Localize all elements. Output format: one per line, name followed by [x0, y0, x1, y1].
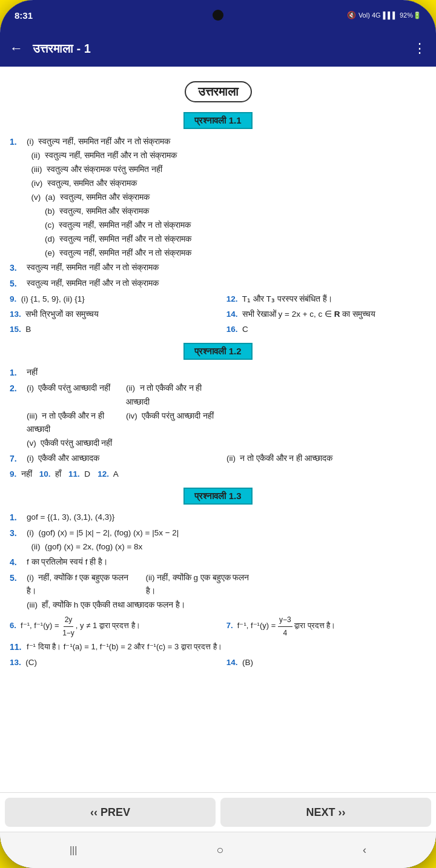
section-badge-1-3: प्रश्नावली 1.3 — [183, 488, 252, 505]
status-icons: 🔇 Vol) 4G ▌▌▌ 92%🔋 — [347, 11, 421, 19]
row-9-10-11-12: 9. नहीं 10. हाँ 11. D 12. A — [10, 468, 426, 482]
ans-7-2-i: (i) एकैकी और आच्छादक — [27, 452, 206, 466]
ans-2-2-row2: (iii) न तो एकैकी और न ही आच्छादी (iv) एक… — [27, 409, 218, 437]
ans-1-3-text: gof = {(1, 3), (3,1), (4,3)} — [27, 511, 114, 525]
recent-apps-button[interactable]: ||| — [70, 845, 77, 856]
num-1-3: 1. — [10, 511, 27, 525]
row-13-14: 13. सभी त्रिभुजों का समुच्चय 14. सभी रेख… — [10, 308, 426, 322]
status-time: 8:31 — [15, 10, 33, 21]
num-5-3: 5. — [10, 571, 27, 613]
ans-11-2: 11. D — [68, 468, 90, 482]
section-1-3-content: 1. gof = {(1, 3), (3,1), (4,3)} 3. (i) (… — [10, 511, 426, 670]
ans-7-2-row: (i) एकैकी और आच्छादक (ii) न तो एकैकी और … — [27, 452, 426, 466]
ans-3-3-i: (i) (gof) (x) = |5 |x| − 2|, (fog) (x) =… — [27, 526, 179, 540]
ans-9: 9. (i) {1, 5, 9}, (ii) {1} — [10, 293, 210, 306]
answer-11-3: 11. f⁻¹ दिया है। f⁻¹(a) = 1, f⁻¹(b) = 2 … — [10, 640, 426, 655]
mute-icon: 🔇 — [347, 11, 356, 19]
num-7-2: 7. — [10, 452, 27, 466]
section-1-1-content: 1. (i) स्वतुल्य नहीं, सममित नहीं और न तो… — [10, 135, 426, 337]
num-16: 16. — [226, 325, 238, 334]
ans-12: 12. T₁ और T₃ परस्पर संबंधित हैं। — [226, 293, 426, 306]
num-11-3: 11. — [10, 640, 27, 655]
ans-13-3: 13. (C) — [10, 656, 210, 670]
ans-14: 14. सभी रेखाओं y = 2x + c, c ∈ R का समुच… — [226, 308, 426, 322]
ans-1-v-e: (e) स्वतुल्य नहीं, सममित नहीं और न तो सं… — [27, 247, 191, 260]
app-title: उत्तरमाला - 1 — [33, 42, 413, 56]
num-3: 3. — [10, 261, 27, 276]
row-9-12: 9. (i) {1, 5, 9}, (ii) {1} 12. T₁ और T₃ … — [10, 293, 426, 306]
prev-button[interactable]: ‹‹ PREV — [5, 798, 216, 827]
num-15: 15. — [10, 325, 21, 334]
ans-7-2-ii: (ii) न तो एकैकी और न ही आच्छादक — [226, 452, 426, 466]
ans-10-2: 10. हाँ — [39, 468, 61, 482]
ans-1-ii: (ii) स्वतुल्य नहीं, सममित नहीं और न तो स… — [27, 149, 191, 163]
ans-6-3: 6. f⁻¹, f⁻¹(y) = 2y 1−y , y ≠ 1 द्वारा प… — [10, 614, 218, 639]
ans-1-iv: (iv) स्वतुल्य, सममित और संक्रामक — [27, 177, 191, 191]
num-4-3: 4. — [10, 555, 27, 570]
ans-5-3-i: (i) नहीं, क्योंकि f एक बहुएक फलन है। — [27, 571, 136, 599]
answer-1-3: 1. gof = {(1, 3), (3,1), (4,3)} — [10, 511, 426, 525]
fraction-denominator: 1−y — [61, 627, 76, 639]
ans-9-2: 9. नहीं — [10, 468, 32, 482]
ans-2-2-iii: (iii) न तो एकैकी और न ही आच्छादी — [27, 409, 118, 437]
row-6-7-3: 6. f⁻¹, f⁻¹(y) = 2y 1−y , y ≠ 1 द्वारा प… — [10, 614, 426, 639]
answer-3-3: 3. (i) (gof) (x) = |5 |x| − 2|, (fog) (x… — [10, 526, 426, 554]
ans-7-3: 7. f⁻¹, f⁻¹(y) = y−3 4 द्वारा प्रदत्त है… — [226, 614, 426, 639]
section-header-1-3: प्रश्नावली 1.3 — [10, 488, 426, 505]
fraction-6: 2y 1−y — [61, 614, 76, 639]
section-header-1-2: प्रश्नावली 1.2 — [10, 343, 426, 360]
ans-2-2-row1: (i) एकैकी परंतु आच्छादी नहीं (ii) न तो ए… — [27, 382, 218, 409]
ans-1-iii: (iii) स्वतुल्य और संक्रामक परंतु सममित न… — [27, 163, 191, 177]
ans-11-3-text: f⁻¹ दिया है। f⁻¹(a) = 1, f⁻¹(b) = 2 और f… — [27, 640, 222, 655]
ans-1-2-text: नहीं — [27, 366, 38, 380]
ans-1-v-a: (v) (a) स्वतुल्य, सममित और संक्रामक — [27, 191, 191, 205]
phone-screen: 8:31 🔇 Vol) 4G ▌▌▌ 92%🔋 ← उत्तरमाला - 1 … — [0, 0, 436, 868]
phone-frame: 8:31 🔇 Vol) 4G ▌▌▌ 92%🔋 ← उत्तरमाला - 1 … — [0, 0, 436, 868]
system-back-button[interactable]: ‹ — [363, 844, 366, 856]
more-options-button[interactable]: ⋮ — [413, 41, 426, 56]
main-title-badge: उत्तरमाला — [185, 81, 252, 102]
num-9: 9. — [10, 294, 16, 303]
ans-14-3: 14. (B) — [226, 656, 426, 670]
ans-5-3-ii: (ii) नहीं, क्योंकि g एक बहुएक फलन है। — [146, 571, 256, 599]
ans-15: 15. B — [10, 323, 210, 337]
ans-2-2-v: (v) एकैकी परंतु आच्छादी नहीं — [27, 437, 218, 451]
num-14: 14. — [226, 310, 238, 319]
app-bar: ← उत्तरमाला - 1 ⋮ — [0, 30, 436, 67]
answer-1: 1. (i) स्वतुल्य नहीं, सममित नहीं और न तो… — [10, 135, 426, 260]
num-12: 12. — [226, 294, 238, 303]
section-1-2-content: 1. नहीं 2. (i) एकैकी परंतु आच्छादी नहीं … — [10, 366, 426, 482]
main-content: उत्तरमाला प्रश्नावली 1.1 1. (i) स्वतुल्य… — [0, 67, 436, 792]
num-2-2: 2. — [10, 382, 27, 451]
ans-5-3-iii: (iii) हाँ, क्योंकि h एक एकैकी तथा आच्छाद… — [27, 598, 256, 612]
fraction-7: y−3 4 — [278, 614, 292, 639]
ans-13: 13. सभी त्रिभुजों का समुच्चय — [10, 308, 210, 322]
answer-4-3: 4. f का प्रतिलोम स्वयं f ही है। — [10, 555, 426, 570]
back-button[interactable]: ← — [10, 41, 23, 56]
num-13-3: 13. — [10, 658, 21, 667]
ans-3-text: स्वतुल्य नहीं, सममित नहीं और न तो संक्रा… — [27, 261, 159, 276]
num-3-3: 3. — [10, 526, 27, 554]
ans-4-3-text: f का प्रतिलोम स्वयं f ही है। — [27, 555, 108, 570]
signal-bars: ▌▌▌ — [383, 12, 397, 19]
ans-1-v-c: (c) स्वतुल्य नहीं, सममित नहीं और न तो सं… — [27, 219, 191, 233]
ans-1-v-b: (b) स्वतुल्य, सममित और संक्रामक — [27, 205, 191, 219]
next-button[interactable]: NEXT ›› — [220, 798, 431, 827]
num-1: 1. — [10, 135, 27, 260]
answer-5-3: 5. (i) नहीं, क्योंकि f एक बहुएक फलन है। … — [10, 571, 426, 613]
num-14-3: 14. — [226, 658, 238, 667]
section-badge-1-1: प्रश्नावली 1.1 — [183, 112, 252, 129]
ans-1-v-d: (d) स्वतुल्य नहीं, सममित नहीं और न तो सं… — [27, 233, 191, 247]
ans-2-2-iv: (iv) एकैकी परंतु आच्छादी नहीं — [126, 409, 217, 437]
fraction-numerator: 2y — [64, 614, 74, 626]
ans-2-2-ii: (ii) न तो एकैकी और न ही आच्छादी — [126, 382, 217, 409]
system-nav: ||| ○ ‹ — [0, 832, 436, 868]
num-1-2: 1. — [10, 366, 27, 380]
ans-2-2-i: (i) एकैकी परंतु आच्छादी नहीं — [27, 382, 118, 409]
ans-12-2: 12. A — [97, 468, 119, 482]
camera-notch — [213, 10, 223, 21]
home-button[interactable]: ○ — [216, 843, 223, 857]
fraction-7-num: y−3 — [278, 614, 292, 626]
answer-5: 5. स्वतुल्य नहीं, सममित नहीं और न तो संक… — [10, 277, 426, 291]
fraction-7-den: 4 — [282, 627, 288, 639]
